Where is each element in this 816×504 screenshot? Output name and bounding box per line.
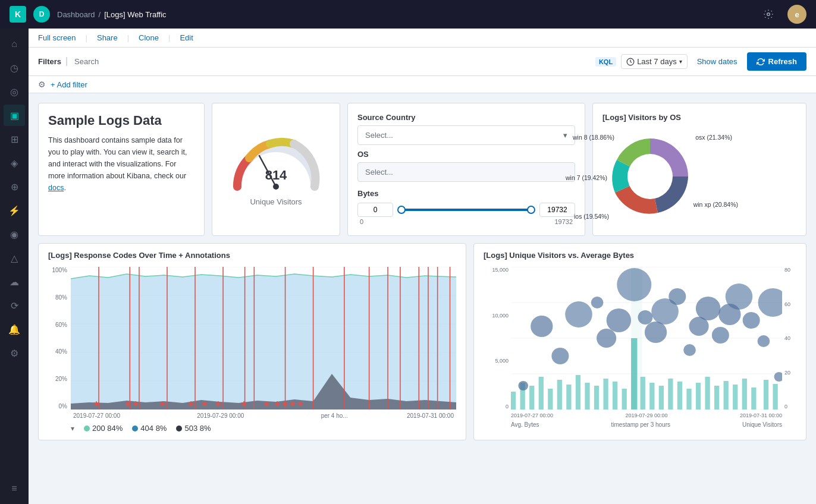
donut-label-winxp: win xp (20.84%) — [693, 201, 738, 208]
gauge-chart: 814 — [228, 133, 324, 193]
refresh-button[interactable]: Refresh — [747, 52, 806, 71]
svg-rect-50 — [622, 389, 627, 410]
svg-rect-38 — [511, 392, 516, 410]
breadcrumb-root[interactable]: Dashboard — [57, 10, 95, 19]
source-country-select[interactable]: Select... ▾ — [357, 125, 575, 145]
sidebar-item-settings[interactable]: ⚙ — [4, 342, 25, 364]
source-country-label: Source Country — [357, 113, 575, 122]
bytes-min-input[interactable] — [357, 203, 393, 217]
bytes-slider[interactable] — [357, 203, 575, 217]
os-placeholder: Select... — [365, 168, 393, 177]
svg-rect-52 — [641, 377, 645, 410]
svg-rect-49 — [613, 382, 617, 410]
bytes-range — [398, 209, 535, 211]
clone-link[interactable]: Clone — [139, 33, 159, 42]
settings-icon[interactable] — [759, 5, 778, 24]
svg-point-69 — [551, 348, 569, 364]
docs-link[interactable]: docs — [48, 184, 64, 192]
time-picker[interactable]: Last 7 days ▾ — [621, 54, 688, 69]
source-country-placeholder: Select... — [365, 131, 393, 140]
breadcrumb-sep: / — [99, 10, 101, 19]
svg-point-87 — [758, 288, 782, 317]
breadcrumb: Dashboard / [Logs] Web Traffic — [57, 10, 752, 19]
svg-rect-63 — [742, 379, 747, 410]
svg-point-88 — [774, 372, 782, 382]
donut-label-win7: win 7 (19.42%) — [566, 174, 607, 181]
response-codes-title: [Logs] Response Codes Over Time + Annota… — [48, 251, 456, 260]
svg-rect-45 — [576, 375, 580, 410]
svg-rect-60 — [714, 386, 719, 410]
edit-link[interactable]: Edit — [180, 33, 193, 42]
sidebar-item-clock[interactable]: ◷ — [4, 57, 25, 78]
sidebar-item-uptime[interactable]: ⟳ — [4, 295, 25, 316]
app-logo: K — [10, 6, 26, 23]
svg-point-72 — [597, 329, 616, 348]
sidebar-item-apm[interactable]: △ — [4, 247, 25, 269]
scatter-y-left-axis: 15,000 10,000 5,000 0 — [484, 267, 511, 421]
os-section: OS Select... — [357, 150, 575, 182]
sidebar-item-alerts[interactable]: 🔔 — [4, 319, 25, 340]
legend-200-label: 200 84% — [92, 424, 123, 433]
scatter-x-label: timestamp per 3 hours — [611, 421, 671, 428]
sidebar-item-maps[interactable]: ⊕ — [4, 176, 25, 197]
sample-panel-description: This dashboard contains sample data for … — [48, 134, 194, 194]
svg-point-86 — [758, 335, 770, 347]
svg-rect-53 — [649, 383, 654, 410]
svg-rect-43 — [557, 380, 562, 410]
svg-point-82 — [712, 327, 729, 344]
response-x-axis: 2019-07-27 00:00 2019-07-29 00:00 per 4 … — [71, 412, 456, 419]
bytes-section: Bytes 0 19732 — [357, 189, 575, 225]
sidebar-item-expand[interactable]: ≡ — [4, 478, 25, 499]
svg-rect-61 — [724, 381, 729, 410]
svg-rect-55 — [668, 379, 673, 410]
svg-rect-42 — [548, 389, 553, 410]
sidebar-item-siem[interactable]: ☁ — [4, 271, 25, 292]
time-display: Last 7 days — [637, 57, 677, 66]
show-dates-button[interactable]: Show dates — [692, 55, 742, 68]
scatter-y-right-axis: 80 60 40 20 0 — [782, 267, 796, 421]
source-country-section: Source Country Select... ▾ — [357, 113, 575, 145]
svg-rect-54 — [659, 386, 664, 410]
bytes-max-input[interactable] — [539, 203, 575, 217]
user-avatar[interactable]: e — [787, 5, 806, 24]
annotation-markers: ✱ ✱ ✱ ✱ ✱ ✱ ✱ ✱ ✱ ✱ ✱ ✱ — [71, 400, 456, 408]
filter-gear-icon[interactable]: ⚙ — [38, 80, 46, 89]
time-chevron-icon: ▾ — [679, 58, 682, 65]
svg-rect-59 — [705, 377, 710, 410]
response-codes-chart: 100% 80% 60% 40% 20% 0% — [48, 267, 456, 421]
sidebar-item-ml[interactable]: ⚡ — [4, 200, 25, 221]
legend-404: 404 8% — [132, 424, 167, 433]
refresh-label: Refresh — [768, 57, 797, 66]
sidebar-item-dashboard[interactable]: ⊞ — [4, 128, 25, 150]
sidebar-item-discover[interactable]: ◎ — [4, 81, 25, 102]
os-label: OS — [357, 150, 575, 159]
action-bar: Full screen | Share | Clone | Edit — [29, 29, 816, 48]
response-y-axis: 100% 80% 60% 40% 20% 0% — [48, 267, 71, 421]
bytes-thumb-left[interactable] — [397, 206, 406, 214]
os-select[interactable]: Select... — [357, 162, 575, 182]
add-filter-button[interactable]: + Add filter — [51, 80, 87, 89]
sidebar-item-home[interactable]: ⌂ — [4, 33, 25, 55]
svg-point-68 — [531, 316, 553, 337]
search-input[interactable] — [74, 57, 591, 66]
share-link[interactable]: Share — [97, 33, 118, 42]
svg-rect-66 — [773, 384, 777, 410]
svg-rect-48 — [603, 379, 608, 410]
nav-avatar-d: D — [33, 6, 50, 23]
kql-badge[interactable]: KQL — [595, 57, 616, 67]
svg-point-75 — [638, 310, 652, 325]
legend-collapse-icon[interactable]: ▾ — [71, 424, 74, 433]
scatter-axis-labels: Avg. Bytes timestamp per 3 hours Unique … — [484, 421, 796, 428]
sidebar-item-visualize[interactable]: ▣ — [4, 105, 25, 126]
sidebar-item-graph[interactable]: ◉ — [4, 223, 25, 245]
gauge-label: Unique Visitors — [250, 197, 302, 206]
legend-503-dot — [176, 426, 182, 431]
donut-chart: win 8 (18.86%) osx (21.34%) win xp (20.8… — [602, 129, 698, 226]
svg-rect-46 — [585, 383, 589, 410]
fullscreen-link[interactable]: Full screen — [38, 33, 76, 42]
sidebar-item-canvas[interactable]: ◈ — [4, 152, 25, 174]
svg-rect-40 — [529, 386, 534, 410]
bytes-thumb-right[interactable] — [527, 206, 535, 214]
response-codes-chart-area: 2019-07-27 00:00 2019-07-29 00:00 per 4 … — [71, 267, 456, 421]
legend-503: 503 8% — [176, 424, 211, 433]
